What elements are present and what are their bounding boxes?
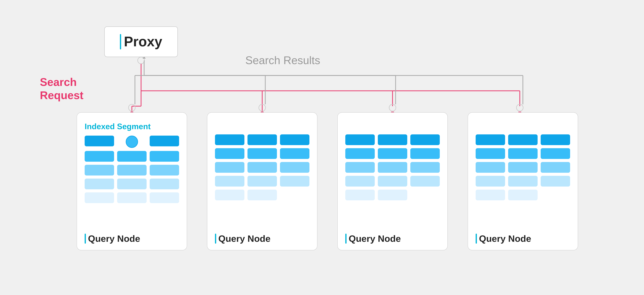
data-cell	[248, 162, 277, 173]
svg-point-16	[516, 104, 523, 111]
data-cell	[410, 134, 440, 145]
data-cell	[117, 151, 146, 162]
data-cell	[508, 176, 538, 187]
data-cell	[280, 176, 310, 187]
data-cell	[85, 136, 114, 146]
data-grid-4	[476, 134, 570, 200]
node-label-3: Query Node	[345, 233, 401, 244]
data-cell	[85, 165, 114, 175]
data-cell	[541, 176, 570, 187]
data-cell	[248, 134, 277, 145]
query-node-card-3: Query Node	[337, 112, 448, 250]
data-cell	[476, 134, 505, 145]
data-cell	[280, 148, 310, 159]
data-cell	[280, 134, 310, 145]
data-cell	[508, 162, 538, 173]
data-cell	[378, 162, 407, 173]
svg-point-15	[389, 104, 396, 111]
svg-point-14	[259, 104, 266, 111]
data-cell	[378, 190, 407, 200]
data-cell	[117, 192, 146, 203]
data-cell	[476, 176, 505, 187]
node-label-1: Query Node	[85, 233, 140, 244]
data-cell	[345, 134, 375, 145]
query-node-card-4: Query Node	[468, 112, 578, 250]
data-cell	[476, 190, 505, 200]
data-cell	[248, 148, 277, 159]
query-node-card-1: Indexed Segment Query Node	[77, 112, 187, 250]
node-label-bar-icon	[215, 234, 216, 244]
data-cell	[476, 162, 505, 173]
data-cell	[150, 179, 179, 189]
data-cell	[378, 176, 407, 187]
data-cell-empty	[410, 190, 440, 200]
data-cell	[541, 134, 570, 145]
svg-point-0	[138, 57, 144, 64]
svg-point-13	[128, 104, 135, 111]
data-cell	[345, 176, 375, 187]
data-cell	[541, 148, 570, 159]
node-label-2: Query Node	[215, 233, 270, 244]
data-cell-empty	[280, 190, 310, 200]
data-cell	[410, 148, 440, 159]
diagram: Proxy SearchRequest Search Results Index…	[31, 17, 613, 278]
data-cell	[280, 162, 310, 173]
data-cell	[248, 176, 277, 187]
proxy-box: Proxy	[104, 26, 178, 57]
node-label-bar-icon	[345, 234, 346, 244]
data-cell	[215, 190, 244, 200]
data-cell	[150, 165, 179, 175]
data-cell	[117, 179, 146, 189]
data-cell	[150, 151, 179, 162]
data-cell	[378, 148, 407, 159]
query-node-card-2: Query Node	[207, 112, 318, 250]
data-cell	[117, 165, 146, 175]
node-label-bar-icon	[85, 234, 86, 244]
search-results-label: Search Results	[245, 54, 320, 67]
data-cell	[508, 190, 538, 200]
data-cell	[345, 148, 375, 159]
highlighted-segment-cell	[126, 136, 138, 148]
data-cell	[378, 134, 407, 145]
search-request-label: SearchRequest	[40, 76, 84, 102]
data-cell	[345, 190, 375, 200]
data-cell	[215, 134, 244, 145]
data-cell	[541, 162, 570, 173]
data-cell	[508, 134, 538, 145]
data-cell	[248, 190, 277, 200]
data-grid-1	[85, 136, 179, 203]
data-cell	[150, 192, 179, 203]
proxy-label: Proxy	[124, 34, 162, 50]
data-cell	[476, 148, 505, 159]
data-cell	[508, 148, 538, 159]
indexed-segment-label: Indexed Segment	[85, 122, 179, 131]
data-cell	[215, 176, 244, 187]
data-cell	[85, 151, 114, 162]
data-cell	[150, 136, 179, 146]
data-cell	[215, 148, 244, 159]
data-cell	[410, 162, 440, 173]
data-cell	[345, 162, 375, 173]
data-cell-empty	[541, 190, 570, 200]
data-cell	[410, 176, 440, 187]
data-cell	[215, 162, 244, 173]
data-cell	[85, 179, 114, 189]
node-label-bar-icon	[476, 234, 477, 244]
data-grid-2	[215, 134, 310, 200]
proxy-cursor-icon	[120, 34, 121, 49]
node-label-4: Query Node	[476, 233, 531, 244]
data-grid-3	[345, 134, 440, 200]
data-cell	[85, 192, 114, 203]
